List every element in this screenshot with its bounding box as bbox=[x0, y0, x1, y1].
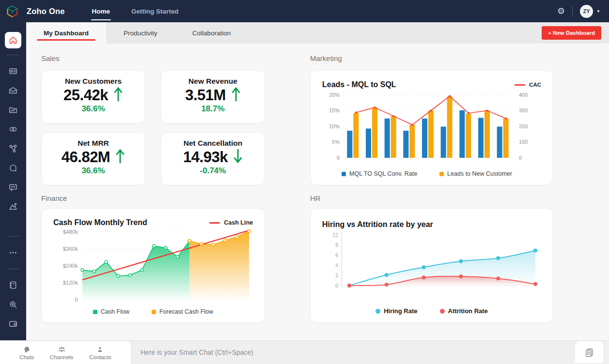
topnav-item-home[interactable]: Home bbox=[91, 6, 111, 17]
app-sidebar bbox=[0, 22, 26, 340]
legend-item-leads-to-new-customer[interactable]: Leads to New Customer bbox=[439, 170, 512, 177]
sidebar-item-wallet[interactable] bbox=[0, 314, 26, 334]
svg-text:15%: 15% bbox=[329, 107, 340, 113]
tab-productivity[interactable]: Productivity bbox=[106, 22, 175, 44]
sidebar-item-network[interactable] bbox=[0, 139, 26, 158]
marketing-chart-card: Leads - MQL to SQL CAC 20%40015%30010%20… bbox=[310, 70, 553, 185]
sidebar-item-folder-chart[interactable] bbox=[0, 100, 26, 120]
crm-links-icon bbox=[8, 124, 18, 134]
kpi-up-arrow bbox=[113, 86, 123, 104]
avatar-caret-icon[interactable]: ▼ bbox=[596, 9, 600, 14]
hr-legend: Hiring RateAttrition Rate bbox=[322, 307, 541, 318]
bottombar-item-channels[interactable]: Channels bbox=[50, 346, 74, 360]
legend-item-cash-flow[interactable]: Cash Flow bbox=[93, 308, 129, 315]
legend-label: Hiring Rate bbox=[384, 307, 417, 315]
marketing-top-legend[interactable]: CAC bbox=[515, 82, 541, 88]
settings-gear-icon[interactable]: ⚙ bbox=[557, 7, 565, 15]
legend-item-attrition-rate[interactable]: Attrition Rate bbox=[440, 307, 488, 315]
kpi-card-new-customers[interactable]: New Customers25.42k36.6% bbox=[41, 70, 145, 123]
sidebar-item-search[interactable] bbox=[0, 295, 26, 314]
topnav-item-getting-started[interactable]: Getting Started bbox=[130, 6, 180, 17]
legend-item-hiring-rate[interactable]: Hiring Rate bbox=[375, 307, 417, 315]
hr-chart: 1286420 bbox=[322, 230, 541, 307]
kpi-change: 36.6% bbox=[81, 104, 105, 114]
trend-up-arrow-icon bbox=[113, 86, 123, 102]
network-icon bbox=[8, 144, 18, 153]
section-title-finance: Finance bbox=[41, 194, 265, 202]
sidebar-item-message[interactable] bbox=[0, 178, 26, 197]
kpi-up-arrow bbox=[231, 86, 241, 104]
svg-text:12: 12 bbox=[332, 232, 338, 238]
sidebar-item-mail[interactable] bbox=[0, 81, 26, 100]
chat-icon bbox=[8, 163, 18, 173]
marketing-legend: MQL TO SQL Conv. RateLeads to New Custom… bbox=[322, 170, 541, 180]
notebook-icon bbox=[8, 280, 18, 290]
section-title-hr: HR bbox=[310, 194, 553, 202]
hr-chart-title: Hiring vs Attrition rate by year bbox=[322, 220, 433, 229]
section-title-marketing: Marketing bbox=[310, 54, 553, 62]
sidebar-item-notebook[interactable] bbox=[0, 275, 26, 295]
svg-text:200: 200 bbox=[519, 123, 528, 129]
sidebar-item-analytics[interactable] bbox=[0, 197, 26, 216]
kpi-change: 36.6% bbox=[81, 166, 105, 176]
zoho-logo-icon[interactable] bbox=[6, 5, 19, 18]
wallet-icon bbox=[8, 319, 18, 329]
row-top: Sales New Customers25.42k36.6%New Revenu… bbox=[41, 54, 609, 185]
kpi-title: Net Cancellation bbox=[184, 139, 242, 148]
legend-swatch bbox=[440, 309, 445, 314]
cac-line-swatch bbox=[515, 84, 525, 86]
kpi-change: 18.7% bbox=[201, 104, 224, 114]
new-dashboard-button[interactable]: + New Dashboard bbox=[542, 26, 601, 40]
notes-panel-button[interactable] bbox=[575, 341, 603, 363]
sidebar-item-cards[interactable] bbox=[0, 61, 26, 81]
topbar-divider bbox=[572, 6, 573, 16]
sidebar-item-chat[interactable] bbox=[0, 158, 26, 178]
bottombar-item-contacts[interactable]: Contacts bbox=[89, 346, 111, 360]
cards-icon bbox=[8, 66, 18, 76]
sidebar-item-crm-links[interactable] bbox=[0, 120, 26, 139]
kpi-down-arrow bbox=[233, 148, 243, 166]
topbar-right: ⚙ ZY ▼ bbox=[557, 5, 600, 18]
svg-text:300: 300 bbox=[519, 107, 528, 113]
trend-up-arrow-icon bbox=[231, 86, 241, 102]
kpi-card-new-revenue[interactable]: New Revenue3.51M18.7% bbox=[161, 70, 265, 123]
svg-text:2: 2 bbox=[335, 273, 338, 278]
tab-collaboration[interactable]: Collaboration bbox=[175, 22, 249, 44]
sidebar-item-home[interactable] bbox=[5, 32, 21, 48]
legend-swatch bbox=[375, 309, 380, 314]
svg-text:400: 400 bbox=[519, 92, 528, 98]
svg-text:0: 0 bbox=[519, 155, 522, 161]
home-icon bbox=[8, 35, 18, 45]
sidebar-item-more[interactable] bbox=[0, 243, 26, 262]
zoho-one-app: Zoho One HomeGetting Started ⚙ ZY ▼ My D… bbox=[0, 0, 609, 364]
finance-chart-card: Cash Flow Monthly Trend Cash Line $480k$… bbox=[41, 208, 265, 323]
cash-line-swatch bbox=[209, 222, 220, 224]
dashboard-tabbar: My DashboardProductivityCollaboration+ N… bbox=[26, 22, 609, 44]
legend-item-mql-to-sql-conv-rate[interactable]: MQL TO SQL Conv. Rate bbox=[342, 170, 417, 177]
legend-label: Cash Flow bbox=[101, 308, 129, 315]
legend-item-forecast-cash-flow[interactable]: Forecast Cash Flow bbox=[152, 308, 213, 315]
kpi-main: 14.93k bbox=[183, 148, 243, 166]
kpi-card-net-mrr[interactable]: Net MRR46.82M36.6% bbox=[41, 132, 145, 185]
sidebar-divider bbox=[7, 269, 19, 269]
trend-down-arrow-icon bbox=[233, 148, 243, 164]
svg-text:$360k: $360k bbox=[63, 246, 78, 252]
smart-chat-input[interactable]: Here is your Smart Chat (Ctrl+Space) bbox=[141, 341, 253, 364]
legend-swatch bbox=[152, 310, 156, 314]
tab-my-dashboard[interactable]: My Dashboard bbox=[26, 22, 106, 44]
kpi-main: 25.42k bbox=[63, 86, 123, 104]
kpi-card-net-cancellation[interactable]: Net Cancellation14.93k-0.74% bbox=[161, 132, 265, 185]
topnav: HomeGetting Started bbox=[91, 0, 180, 22]
bottombar-item-chats[interactable]: Chats bbox=[19, 346, 34, 360]
finance-chart: $480k$360k$240k$120k0 bbox=[53, 228, 253, 308]
more-icon bbox=[8, 248, 18, 258]
kpi-up-arrow bbox=[115, 148, 125, 166]
finance-top-legend[interactable]: Cash Line bbox=[209, 219, 253, 226]
search-icon bbox=[8, 300, 18, 309]
user-avatar[interactable]: ZY bbox=[580, 5, 593, 18]
kpi-title: New Revenue bbox=[188, 77, 237, 86]
svg-text:$120k: $120k bbox=[63, 280, 78, 286]
cash-line-legend-label: Cash Line bbox=[224, 219, 253, 226]
svg-text:0: 0 bbox=[75, 297, 78, 303]
svg-text:6: 6 bbox=[335, 252, 338, 258]
